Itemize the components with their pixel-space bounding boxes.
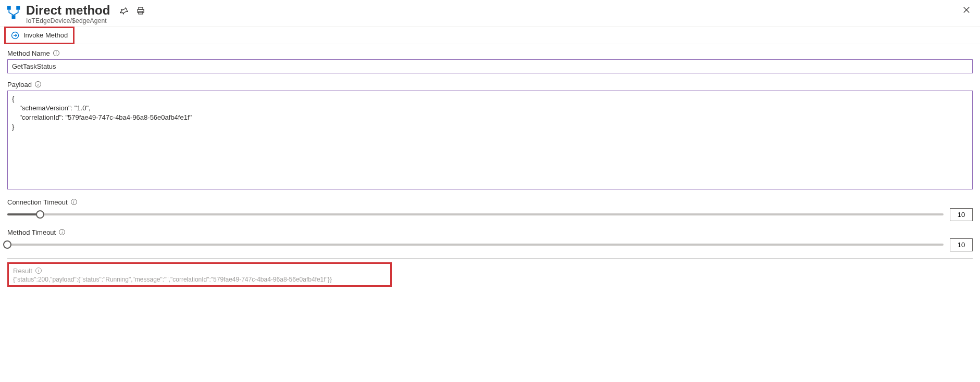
result-section: Result i {"status":200,"payload":{"statu… [7, 262, 392, 287]
result-label: Result [13, 267, 32, 275]
info-icon[interactable]: i [59, 229, 65, 235]
info-icon[interactable]: i [53, 50, 59, 56]
method-name-field: Method Name i [7, 49, 973, 73]
svg-rect-1 [16, 6, 20, 10]
method-timeout-slider[interactable] [7, 238, 944, 251]
connection-timeout-slider[interactable] [7, 208, 944, 221]
divider [7, 259, 973, 259]
svg-rect-3 [139, 7, 143, 9]
page-header: Direct method IoTEdgeDevice/$edgeAgent [0, 0, 980, 27]
connection-timeout-label-row: Connection Timeout i [7, 198, 973, 206]
connection-timeout-slider-row [7, 208, 973, 221]
method-name-input[interactable] [7, 59, 973, 73]
result-value: {"status":200,"payload":{"status":"Runni… [13, 276, 386, 283]
header-title-block: Direct method IoTEdgeDevice/$edgeAgent [26, 3, 110, 24]
method-name-label: Method Name [7, 49, 50, 57]
result-label-row: Result i [13, 267, 386, 275]
invoke-arrow-icon [11, 31, 19, 40]
header-actions [119, 6, 145, 16]
slider-thumb[interactable] [3, 240, 11, 249]
invoke-method-button[interactable]: Invoke Method [4, 27, 75, 44]
method-timeout-label: Method Timeout [7, 228, 56, 236]
method-timeout-slider-row [7, 238, 973, 251]
direct-method-icon [6, 5, 21, 20]
svg-rect-0 [7, 6, 11, 10]
payload-textarea[interactable] [7, 91, 973, 189]
info-icon[interactable]: i [71, 199, 77, 205]
slider-thumb[interactable] [36, 210, 44, 219]
pin-icon[interactable] [119, 6, 129, 16]
method-name-label-row: Method Name i [7, 49, 973, 57]
connection-timeout-field: Connection Timeout i [7, 198, 973, 221]
invoke-method-label: Invoke Method [23, 31, 68, 39]
close-button[interactable] [960, 4, 973, 17]
method-timeout-value[interactable] [950, 238, 973, 251]
content-area: Method Name i Payload i Connection Timeo… [0, 44, 980, 292]
svg-rect-2 [12, 15, 16, 19]
print-icon[interactable] [136, 6, 145, 16]
connection-timeout-label: Connection Timeout [7, 198, 68, 206]
payload-field: Payload i [7, 81, 973, 191]
method-timeout-label-row: Method Timeout i [7, 228, 973, 236]
info-icon[interactable]: i [35, 81, 41, 87]
payload-label-row: Payload i [7, 81, 973, 88]
connection-timeout-value[interactable] [950, 208, 973, 221]
method-timeout-field: Method Timeout i [7, 228, 973, 251]
info-icon[interactable]: i [35, 268, 42, 274]
page-title: Direct method [26, 3, 110, 18]
payload-label: Payload [7, 81, 32, 88]
toolbar: Invoke Method [0, 27, 980, 44]
page-subtitle: IoTEdgeDevice/$edgeAgent [26, 17, 110, 24]
